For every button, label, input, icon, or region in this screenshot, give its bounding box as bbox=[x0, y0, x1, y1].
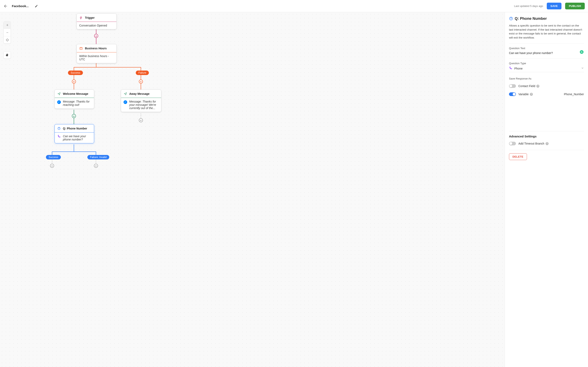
node-title: Away Message bbox=[129, 92, 149, 95]
publish-button[interactable]: PUBLISH bbox=[565, 3, 585, 9]
help-icon[interactable]: ? bbox=[530, 93, 533, 96]
timeout-branch-toggle[interactable] bbox=[509, 142, 516, 145]
phone-icon bbox=[509, 67, 512, 70]
edit-title-button[interactable] bbox=[34, 4, 39, 8]
back-button[interactable] bbox=[3, 4, 8, 8]
panel-title: Q: Phone Number bbox=[515, 16, 547, 21]
advanced-settings-label: Advanced Settings bbox=[509, 134, 584, 138]
phone-icon bbox=[57, 135, 61, 138]
calendar-icon bbox=[79, 47, 83, 50]
workflow-title: Facebook... bbox=[12, 4, 29, 8]
add-step-button[interactable]: + bbox=[94, 164, 98, 168]
node-body-text: Can we have your phone number? bbox=[63, 134, 91, 141]
send-icon bbox=[57, 92, 61, 95]
add-step-button[interactable]: + bbox=[139, 118, 143, 122]
timeout-branch-label: Add Timeout Branch bbox=[518, 142, 544, 145]
branch-pill-success: Success bbox=[68, 71, 83, 75]
node-title: Q: Phone Number bbox=[63, 127, 87, 130]
node-body-text: Message: Thanks for reaching out! bbox=[63, 100, 91, 106]
node-title: Business Hours bbox=[85, 47, 107, 50]
branch-pill-success: Success bbox=[46, 155, 61, 159]
save-button[interactable]: SAVE bbox=[547, 3, 562, 9]
chevron-down-icon bbox=[581, 67, 584, 69]
svg-point-5 bbox=[511, 19, 511, 20]
node-title: Welcome Message bbox=[63, 92, 88, 95]
delete-button[interactable]: DELETE bbox=[509, 153, 527, 160]
node-title: Trigger bbox=[85, 16, 95, 19]
last-updated-text: Last updated 5 days ago bbox=[514, 4, 543, 8]
branch-pill-failure: Failure bbox=[136, 71, 149, 75]
properties-panel: Q: Phone Number Allows a specific questi… bbox=[505, 12, 588, 367]
header-bar: Facebook... Last updated 5 days ago SAVE… bbox=[0, 0, 588, 12]
contact-field-label: Contact Field bbox=[518, 84, 535, 88]
add-step-button[interactable]: + bbox=[139, 80, 143, 83]
bolt-icon bbox=[79, 16, 83, 19]
send-icon bbox=[124, 92, 127, 95]
help-icon[interactable]: ? bbox=[545, 142, 549, 145]
add-step-button[interactable]: + bbox=[94, 34, 98, 38]
node-away-message[interactable]: Away Message Message: Thanks for your me… bbox=[121, 90, 161, 112]
variable-label: Variable bbox=[518, 92, 528, 96]
add-step-button[interactable]: + bbox=[72, 114, 76, 118]
question-text-label: Question Text bbox=[509, 47, 584, 50]
workflow-canvas[interactable]: Trigger Conversation Opened + Business H… bbox=[0, 12, 505, 367]
panel-description: Allows a specific question to be sent to… bbox=[509, 24, 584, 40]
question-circle-icon bbox=[509, 17, 513, 21]
node-subtitle: Conversation Opened bbox=[79, 24, 107, 27]
contact-field-toggle[interactable] bbox=[509, 84, 516, 88]
node-body-text: Message: Thanks for your message! We're … bbox=[129, 100, 159, 110]
add-step-button[interactable]: + bbox=[72, 80, 76, 83]
svg-rect-1 bbox=[80, 47, 82, 50]
collapse-panel-button[interactable] bbox=[505, 12, 505, 18]
question-text-input[interactable]: Can we have your phone number? bbox=[509, 51, 584, 55]
variable-toggle[interactable] bbox=[509, 92, 516, 96]
messenger-icon bbox=[123, 100, 127, 104]
branch-pill-failure-invalid: Failure: Invalid bbox=[87, 155, 109, 159]
variable-name-value[interactable]: Phone_Number bbox=[564, 92, 584, 96]
node-subtitle: Within business hours - UTC bbox=[79, 54, 114, 61]
question-type-select[interactable]: Phone bbox=[509, 67, 584, 72]
svg-point-3 bbox=[59, 129, 59, 129]
save-response-label: Save Response As bbox=[509, 77, 584, 80]
node-trigger[interactable]: Trigger Conversation Opened bbox=[77, 13, 117, 29]
question-circle-icon bbox=[57, 127, 61, 130]
node-business-hours[interactable]: Business Hours Within business hours - U… bbox=[77, 44, 117, 63]
messenger-icon bbox=[57, 100, 61, 104]
question-type-label: Question Type bbox=[509, 62, 584, 65]
question-type-value: Phone bbox=[514, 67, 522, 70]
pencil-icon bbox=[35, 4, 38, 8]
node-question-phone[interactable]: Q: Phone Number Can we have your phone n… bbox=[54, 124, 94, 143]
arrow-left-icon bbox=[4, 4, 8, 8]
node-welcome-message[interactable]: Welcome Message Message: Thanks for reac… bbox=[54, 90, 94, 109]
add-step-button[interactable]: + bbox=[50, 164, 54, 168]
help-icon[interactable]: ? bbox=[536, 85, 539, 88]
